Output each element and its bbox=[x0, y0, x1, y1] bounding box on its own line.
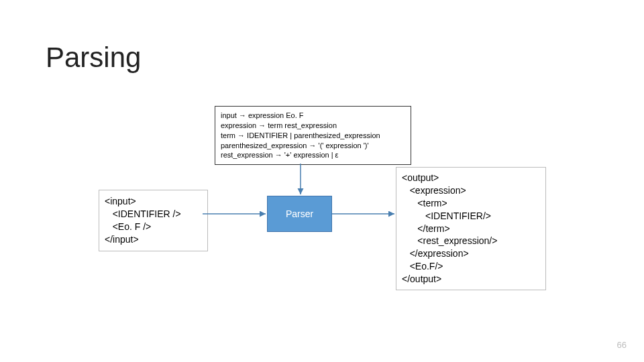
input-xml-box: <input> <IDENTIFIER /> <Eo. F /> </input… bbox=[99, 190, 208, 251]
parser-label: Parser bbox=[286, 208, 313, 219]
grammar-rules-box: input → expression Eo. F expression → te… bbox=[215, 106, 411, 165]
parser-node: Parser bbox=[267, 196, 332, 232]
page-title: Parsing bbox=[46, 42, 141, 74]
output-xml-box: <output> <expression> <term> <IDENTIFIER… bbox=[396, 167, 546, 290]
page-number: 66 bbox=[617, 340, 627, 350]
